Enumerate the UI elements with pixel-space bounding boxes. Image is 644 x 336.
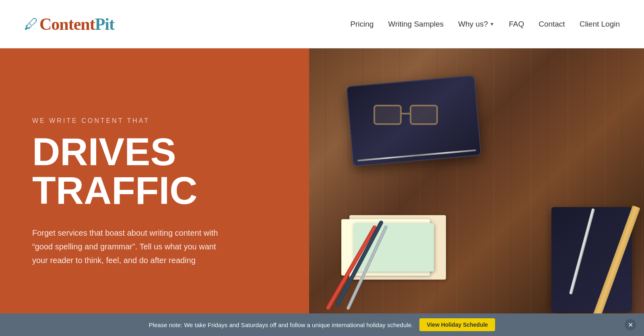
logo-text: ContentPit (39, 15, 114, 34)
wallet-zipper (357, 149, 476, 162)
chevron-down-icon: ▼ (489, 21, 494, 27)
nav-pricing[interactable]: Pricing (350, 20, 374, 29)
notification-bar: Please note: We take Fridays and Saturda… (0, 313, 644, 336)
close-notification-button[interactable]: ✕ (625, 319, 636, 330)
nav-faq[interactable]: FAQ (509, 20, 524, 29)
glasses-left-lens (374, 105, 402, 125)
desk-background (309, 48, 644, 336)
site-header: 🖊 ContentPit Pricing Writing Samples Why… (0, 0, 644, 48)
glasses-right-lens (410, 105, 438, 125)
hero-body-text: Forget services that boast about writing… (32, 226, 225, 267)
notification-text: Please note: We take Fridays and Saturda… (149, 321, 413, 328)
nav-writing-samples[interactable]: Writing Samples (388, 20, 444, 29)
glasses-item (365, 101, 446, 133)
nav-why-us-label: Why us? (458, 20, 488, 29)
hero-left-panel: WE WRITE CONTENT THAT DRIVES TRAFFIC For… (0, 48, 309, 336)
nav-client-login[interactable]: Client Login (580, 20, 620, 29)
nav-contact[interactable]: Contact (539, 20, 565, 29)
logo-icon: 🖊 (24, 16, 39, 33)
nav-why-us[interactable]: Why us? ▼ (458, 20, 494, 29)
main-nav: Pricing Writing Samples Why us? ▼ FAQ Co… (350, 20, 620, 29)
logo[interactable]: 🖊 ContentPit (24, 15, 114, 34)
glasses-bridge (401, 113, 411, 114)
logo-pit: Pit (95, 15, 114, 33)
hero-section: WE WRITE CONTENT THAT DRIVES TRAFFIC For… (0, 48, 644, 336)
hero-title: DRIVES TRAFFIC (32, 133, 277, 210)
hero-title-line2: TRAFFIC (32, 169, 198, 212)
hero-title-line1: DRIVES (32, 130, 176, 173)
logo-content: Content (39, 15, 95, 33)
view-holiday-schedule-button[interactable]: View Holiday Schedule (419, 318, 495, 331)
hero-subtitle: WE WRITE CONTENT THAT (32, 117, 277, 124)
hero-image-panel (309, 48, 644, 336)
